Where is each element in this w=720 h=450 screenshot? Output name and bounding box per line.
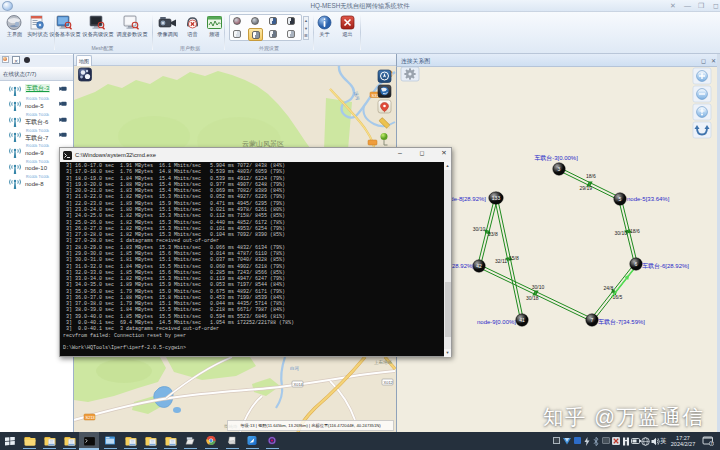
svg-text:29/19: 29/19 — [580, 185, 593, 191]
svg-text:车载台-3[0.00%]: 车载台-3[0.00%] — [534, 154, 578, 162]
svg-text:白河: 白河 — [290, 366, 300, 371]
svg-text:30/10: 30/10 — [473, 226, 486, 232]
svg-text:24/8: 24/8 — [604, 285, 614, 291]
svg-text:上石塘峪: 上石塘峪 — [374, 359, 393, 365]
svg-text:18/6: 18/6 — [586, 173, 596, 179]
svg-text:16/5: 16/5 — [613, 294, 623, 300]
svg-text:3: 3 — [558, 166, 561, 172]
svg-text:15/8: 15/8 — [509, 255, 519, 261]
svg-text:32/11: 32/11 — [495, 258, 507, 264]
svg-text:30/10: 30/10 — [532, 284, 545, 290]
svg-text:车载台-7[34.59%]: 车载台-7[34.59%] — [598, 318, 645, 326]
svg-text:X014: X014 — [294, 382, 304, 387]
svg-text:30/18: 30/18 — [526, 295, 539, 301]
svg-text:23/8: 23/8 — [488, 231, 498, 237]
svg-text:42: 42 — [476, 263, 482, 269]
svg-text:5: 5 — [619, 196, 622, 202]
svg-text:7: 7 — [591, 317, 594, 323]
svg-text:node-9[0.00%]: node-9[0.00%] — [477, 319, 516, 325]
svg-text:18/6: 18/6 — [630, 228, 640, 234]
svg-text:6: 6 — [635, 261, 638, 267]
svg-text:node-5[33.64%]: node-5[33.64%] — [627, 196, 670, 202]
svg-text:41: 41 — [519, 317, 525, 323]
svg-text:133: 133 — [492, 195, 501, 201]
svg-text:X012: X012 — [384, 380, 394, 385]
svg-text:30/10: 30/10 — [615, 230, 628, 236]
svg-text:车载台-6[28.92%]: 车载台-6[28.92%] — [642, 262, 689, 270]
svg-text:S213: S213 — [86, 415, 96, 420]
